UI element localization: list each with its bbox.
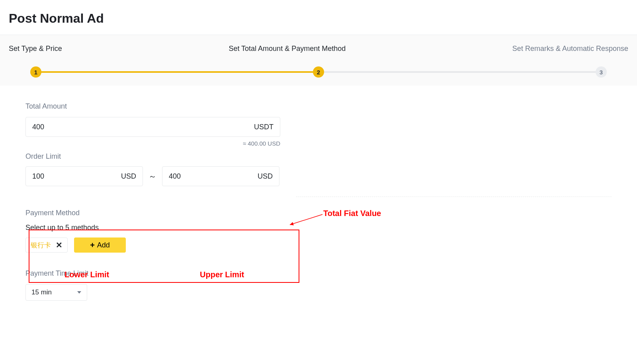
chip-remove-icon[interactable]: ✕ (56, 241, 63, 249)
payment-time-limit-label: Payment Time Limit (25, 269, 612, 278)
order-limit-lower-input[interactable]: 100 USD (25, 166, 143, 186)
step-label-3: Set Remarks & Automatic Response (512, 45, 628, 53)
form-card: Total Amount 400 USDT ≈ 400.00 USD Order… (9, 86, 628, 317)
order-limit-upper-value[interactable]: 400 (169, 172, 258, 181)
total-amount-currency: USDT (254, 123, 274, 131)
order-limit-upper-currency: USD (258, 172, 273, 181)
add-button-label: Add (97, 241, 110, 249)
stepper: Set Type & Price Set Total Amount & Paym… (0, 35, 637, 86)
track-segment-1 (36, 71, 318, 73)
page-title: Post Normal Ad (0, 0, 637, 35)
step-dot-3[interactable]: 3 (596, 66, 607, 78)
section-separator (296, 197, 612, 197)
range-separator: ～ (149, 171, 156, 182)
order-limit-section: Order Limit 100 USD ～ 400 USD (25, 148, 288, 186)
step-dot-2[interactable]: 2 (313, 66, 324, 78)
order-limit-lower-value[interactable]: 100 (32, 172, 121, 181)
payment-time-limit-value: 15 min (31, 288, 52, 296)
order-limit-lower-currency: USD (121, 172, 136, 181)
payment-time-limit-section: Payment Time Limit 15 min (25, 269, 612, 301)
payment-time-limit-select[interactable]: 15 min (25, 284, 87, 301)
total-amount-label: Total Amount (25, 102, 612, 111)
payment-method-chip[interactable]: 银行卡 ✕ (25, 237, 68, 253)
total-amount-value[interactable]: 400 (32, 123, 254, 131)
chevron-down-icon (77, 291, 81, 294)
payment-method-hint: Select up to 5 methods (25, 224, 612, 232)
step-label-1: Set Type & Price (9, 45, 62, 53)
payment-method-chip-text: 银行卡 (31, 241, 51, 250)
step-dot-1[interactable]: 1 (30, 66, 41, 78)
step-track: 1 2 3 (36, 66, 601, 78)
total-amount-input[interactable]: 400 USDT (25, 117, 280, 137)
total-amount-approx: ≈ 400.00 USD (25, 140, 280, 147)
order-limit-upper-input[interactable]: 400 USD (162, 166, 279, 186)
step-label-2: Set Total Amount & Payment Method (62, 45, 512, 53)
payment-method-label: Payment Method (25, 209, 612, 217)
plus-icon: + (90, 241, 95, 249)
add-payment-method-button[interactable]: + Add (74, 237, 126, 253)
payment-method-section: Payment Method Select up to 5 methods 银行… (25, 209, 612, 253)
track-segment-2 (318, 71, 601, 73)
order-limit-label: Order Limit (25, 152, 288, 161)
